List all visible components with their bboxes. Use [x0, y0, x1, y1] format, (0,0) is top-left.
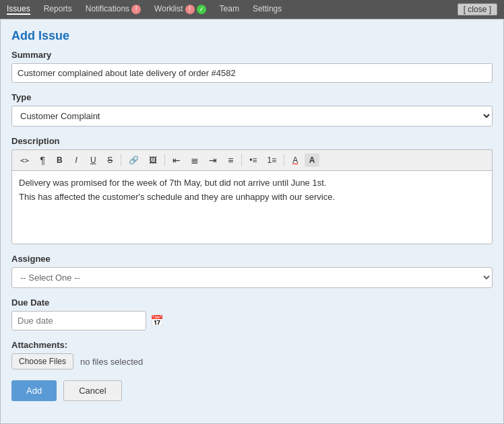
worklist-badge-green: ✓: [197, 5, 206, 14]
attachments-group: Attachments: Choose Files no files selec…: [11, 340, 493, 369]
page-title: Add Issue: [1, 20, 503, 50]
nav-item-worklist[interactable]: Worklist!✓: [154, 4, 206, 15]
toolbar-link-btn[interactable]: 🔗: [125, 153, 143, 167]
summary-group: Summary: [11, 50, 493, 83]
attachments-label: Attachments:: [11, 340, 493, 350]
notifications-badge: !: [131, 5, 141, 14]
editor-toolbar: <> ¶ B I U S 🔗 🖼 ⇤ ≣ ⇥ ≡ •≡ 1≡ A A: [11, 149, 493, 170]
toolbar-underline-btn[interactable]: U: [86, 153, 100, 167]
choose-files-button[interactable]: Choose Files: [11, 353, 73, 369]
toolbar-code-btn[interactable]: <>: [16, 154, 33, 167]
nav-item-issues[interactable]: Issues: [7, 4, 30, 15]
toolbar-paragraph-btn[interactable]: ¶: [35, 153, 50, 168]
nav-items: Issues Reports Notifications! Worklist!✓…: [7, 4, 282, 15]
due-date-label: Due Date: [11, 297, 493, 308]
assignee-group: Assignee -- Select One --: [11, 254, 493, 288]
type-label: Type: [11, 92, 493, 102]
toolbar-bold-btn[interactable]: B: [52, 153, 67, 167]
nav-item-team[interactable]: Team: [220, 4, 239, 15]
toolbar-list-ordered-btn[interactable]: 1≡: [263, 153, 280, 167]
description-group: Description <> ¶ B I U S 🔗 🖼 ⇤ ≣ ⇥ ≡ •≡ …: [11, 136, 493, 244]
assignee-label: Assignee: [11, 254, 493, 264]
toolbar-align-right-btn[interactable]: ⇥: [205, 153, 221, 168]
due-date-input[interactable]: [11, 311, 146, 330]
summary-label: Summary: [11, 50, 493, 60]
cancel-button[interactable]: Cancel: [63, 380, 121, 401]
due-date-row: 📅: [11, 311, 493, 330]
nav-item-notifications[interactable]: Notifications!: [86, 4, 141, 15]
add-issue-modal: Add Issue Summary Type Customer Complain…: [0, 19, 504, 424]
toolbar-italic-btn[interactable]: I: [69, 153, 84, 167]
toolbar-list-unordered-btn[interactable]: •≡: [245, 153, 261, 167]
form-body: Summary Type Customer Complaint Bug Feat…: [1, 50, 503, 412]
toolbar-font-color-btn[interactable]: A: [288, 153, 303, 167]
type-group: Type Customer Complaint Bug Feature Requ…: [11, 92, 493, 127]
calendar-icon[interactable]: 📅: [150, 314, 164, 327]
description-line-2: This has affected the customer's schedul…: [19, 190, 485, 205]
toolbar-separator-1: [121, 154, 121, 166]
nav-item-settings[interactable]: Settings: [253, 4, 282, 15]
nav-item-reports[interactable]: Reports: [44, 4, 72, 15]
worklist-badge-red: !: [185, 5, 195, 14]
toolbar-align-justify-btn[interactable]: ≡: [223, 153, 238, 168]
action-buttons: Add Cancel: [11, 380, 493, 401]
toolbar-separator-3: [241, 154, 242, 166]
toolbar-image-btn[interactable]: 🖼: [145, 153, 161, 167]
add-button[interactable]: Add: [11, 380, 57, 401]
description-editor[interactable]: Delivery was promised for the week of 7t…: [11, 170, 493, 244]
toolbar-strikethrough-btn[interactable]: S: [102, 153, 117, 167]
no-files-text: no files selected: [80, 357, 143, 367]
close-button[interactable]: [ close ]: [458, 3, 497, 15]
type-select[interactable]: Customer Complaint Bug Feature Request O…: [11, 106, 493, 127]
top-nav: Issues Reports Notifications! Worklist!✓…: [0, 0, 504, 19]
summary-input[interactable]: [11, 63, 493, 83]
toolbar-separator-2: [164, 154, 165, 166]
toolbar-align-left-btn[interactable]: ⇤: [168, 153, 185, 168]
due-date-group: Due Date 📅: [11, 297, 493, 330]
toolbar-align-center-btn[interactable]: ≣: [187, 153, 203, 168]
assignee-select[interactable]: -- Select One --: [11, 267, 493, 288]
toolbar-separator-4: [284, 154, 284, 166]
attachments-row: Choose Files no files selected: [11, 353, 493, 369]
description-label: Description: [11, 136, 493, 146]
toolbar-bg-color-btn[interactable]: A: [305, 153, 319, 167]
description-line-1: Delivery was promised for the week of 7t…: [19, 176, 485, 190]
